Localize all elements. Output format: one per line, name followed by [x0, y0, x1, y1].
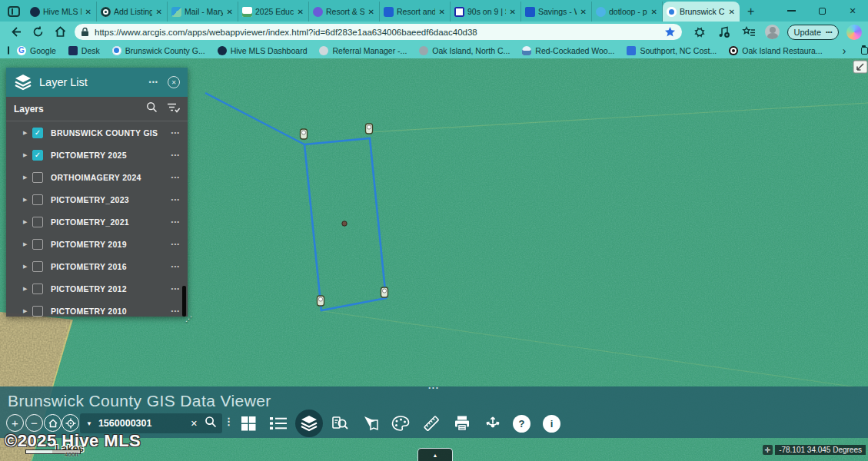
coordinates-move-icon[interactable]: ✛ [763, 445, 773, 455]
browser-essentials-icon[interactable] [693, 25, 707, 39]
tab-resort-se[interactable]: Resort & Se...✕ [309, 2, 380, 22]
copilot-icon[interactable] [846, 25, 862, 40]
layer-list-button[interactable] [295, 410, 323, 437]
tab-close-icon[interactable]: ✕ [297, 8, 304, 16]
panel-scrollbar-thumb[interactable] [182, 286, 186, 317]
layer-row[interactable]: ▶✓PICTOMETRY 2025••• [6, 144, 188, 166]
basemap-gallery-button[interactable] [238, 413, 258, 433]
sidebar-toggle-icon[interactable] [8, 46, 9, 55]
layer-menu-icon[interactable]: ••• [171, 218, 180, 225]
update-button[interactable]: Update••• [787, 25, 840, 40]
layer-checkbox[interactable]: ✓ [32, 128, 43, 138]
layer-menu-icon[interactable]: ••• [171, 174, 180, 181]
tab-brunswick-active[interactable]: Brunswick C✕ [663, 2, 740, 22]
parcel-search-input[interactable] [98, 418, 185, 429]
search-dropdown-arrow[interactable]: ▼ [80, 420, 98, 427]
close-window-button[interactable]: ✕ [837, 0, 868, 22]
layer-row[interactable]: ▶ORTHOIMAGERY 2024••• [6, 166, 188, 188]
layer-row[interactable]: ▶PICTOMETRY 2019••• [6, 233, 188, 255]
panel-resize-handle[interactable]: ⋰ [185, 315, 192, 323]
search-more-icon[interactable]: ⋮ [224, 416, 234, 427]
select-button[interactable] [361, 413, 381, 433]
expand-caret-icon[interactable]: ▶ [23, 286, 32, 292]
tab-resort-and-s[interactable]: Resort and S...✕ [380, 2, 451, 22]
tab-close-icon[interactable]: ✕ [580, 8, 587, 16]
bookmark-referral-manager[interactable]: Referral Manager -... [319, 46, 407, 55]
bookmark-oak-island-restaurants[interactable]: Oak Island Restaura... [729, 46, 822, 55]
layer-checkbox[interactable]: ✓ [32, 150, 43, 161]
tab-close-icon[interactable]: ✕ [509, 8, 517, 16]
bookmark-desk[interactable]: Desk [68, 46, 100, 55]
layer-row[interactable]: ▶PICTOMETRY 2016••• [6, 255, 188, 277]
layer-checkbox[interactable] [32, 194, 43, 205]
layer-row[interactable]: ▶PICTOMETRY_2023••• [6, 188, 188, 211]
favorites-list-icon[interactable] [742, 25, 756, 39]
refresh-icon[interactable] [32, 25, 45, 38]
expand-caret-icon[interactable]: ▶ [23, 219, 32, 225]
new-tab-button[interactable]: + [747, 5, 754, 18]
bookmark-hive-mls[interactable]: Hive MLS Dashboard [218, 46, 308, 55]
layer-menu-icon[interactable]: ••• [171, 196, 180, 203]
tab-90s-on-9[interactable]: 90s on 9 | Si...✕ [451, 2, 521, 22]
other-favorites-button[interactable]: Other favorites [853, 41, 868, 60]
expand-caret-icon[interactable]: ▶ [23, 174, 32, 181]
layer-checkbox[interactable] [32, 239, 43, 250]
bookmark-southport[interactable]: Southport, NC Cost... [627, 46, 717, 55]
draw-button[interactable] [391, 413, 411, 433]
layer-menu-icon[interactable]: ••• [171, 263, 180, 270]
search-submit-icon[interactable] [203, 416, 222, 431]
maximize-button[interactable] [806, 0, 837, 22]
about-button[interactable]: i [543, 415, 560, 433]
layer-menu-icon[interactable]: ••• [171, 151, 180, 158]
layer-row[interactable]: ▶✓BRUNSWICK COUNTY GIS••• [6, 121, 188, 144]
query-button[interactable] [330, 413, 350, 433]
tab-dotloop[interactable]: dotloop - p...✕ [592, 2, 663, 22]
share-button[interactable] [483, 413, 503, 433]
bookmark-brunswick-gis[interactable]: Brunswick County G... [112, 46, 205, 55]
layer-search-icon[interactable] [146, 101, 158, 116]
url-field[interactable]: https://www.arcgis.com/apps/webappviewer… [75, 24, 682, 40]
attribution-expander[interactable]: ▲ [417, 448, 453, 461]
layer-menu-icon[interactable]: ••• [171, 129, 180, 136]
tab-search-icon[interactable] [8, 6, 20, 17]
layer-checkbox[interactable] [32, 306, 43, 317]
layer-checkbox[interactable] [32, 172, 43, 183]
expand-caret-icon[interactable]: ▶ [23, 152, 32, 158]
layer-menu-icon[interactable]: ••• [171, 240, 180, 247]
minimize-button[interactable] [776, 0, 806, 22]
expand-caret-icon[interactable]: ▶ [23, 241, 32, 247]
tab-add-listing[interactable]: Add Listing✕ [97, 2, 168, 22]
bookmark-star-icon[interactable] [664, 26, 676, 38]
measurement-button[interactable] [421, 413, 441, 433]
bookmarks-overflow-chevron[interactable]: › [835, 45, 854, 57]
my-location-button[interactable] [62, 414, 79, 432]
panel-menu-icon[interactable]: ••• [146, 77, 161, 88]
home-extent-button[interactable] [44, 414, 62, 432]
media-controls-icon[interactable] [717, 25, 731, 39]
layer-filter-icon[interactable] [167, 102, 180, 116]
print-button[interactable] [452, 413, 472, 433]
bookmark-google[interactable]: GGoogle [17, 46, 56, 55]
layer-checkbox[interactable] [32, 261, 43, 272]
expand-caret-icon[interactable]: ▶ [23, 264, 32, 270]
search-clear-icon[interactable]: ✕ [185, 419, 203, 429]
tab-close-icon[interactable]: ✕ [728, 8, 736, 16]
tab-hive-mls[interactable]: Hive MLS D...✕ [26, 2, 97, 22]
map-canvas[interactable]: Layer List ••• ✕ Layers ▶✓BRUNSWICK COUN… [0, 58, 868, 461]
layer-row[interactable]: ▶PICTOMETRY 2012••• [6, 277, 188, 300]
tab-2025-educat[interactable]: 2025 Educat...✕ [238, 2, 309, 22]
bar-drag-handle[interactable]: ••• [428, 384, 439, 391]
expand-caret-icon[interactable]: ▶ [23, 308, 32, 314]
panel-close-icon[interactable]: ✕ [168, 76, 180, 88]
zoom-in-button[interactable]: + [6, 414, 24, 432]
bookmark-oak-island[interactable]: Oak Island, North C... [419, 46, 510, 55]
tab-close-icon[interactable]: ✕ [650, 8, 658, 16]
home-icon[interactable] [54, 25, 67, 38]
zoom-out-button[interactable]: − [25, 414, 43, 432]
profile-avatar[interactable] [765, 25, 780, 39]
layer-menu-icon[interactable]: ••• [171, 285, 180, 292]
layer-list-header[interactable]: Layer List ••• ✕ [6, 68, 188, 97]
back-icon[interactable] [9, 25, 22, 38]
tab-close-icon[interactable]: ✕ [438, 8, 446, 16]
layer-checkbox[interactable] [32, 217, 43, 227]
